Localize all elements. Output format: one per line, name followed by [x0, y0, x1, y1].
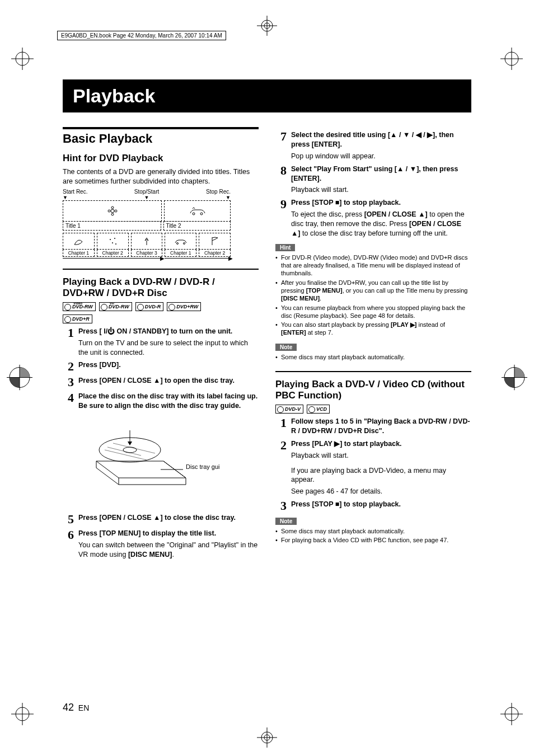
step-body: Select the desired title using [▲ / ▼ / …	[291, 130, 471, 161]
label-stop-rec: Stop Rec.	[175, 189, 231, 195]
step-body: Place the disc on the disc tray with its…	[78, 392, 259, 411]
step-number: 3	[63, 376, 74, 388]
svg-point-36	[115, 243, 116, 245]
step-body: Follow steps 1 to 5 in "Playing Back a D…	[291, 417, 471, 436]
step-number: 4	[63, 392, 74, 411]
disc-icon-dvd-rw-video: VideoDVD-RW	[63, 302, 96, 311]
crop-mark-icon	[11, 48, 34, 70]
disc-icons-row: DVD+R	[63, 314, 259, 323]
colour-target-left	[7, 364, 32, 392]
label-start-rec: Start Rec.	[63, 189, 119, 195]
step-number: 7	[275, 130, 287, 161]
registration-mark-bottom	[257, 727, 277, 749]
step: 7Select the desired title using [▲ / ▼ /…	[275, 130, 471, 161]
step: 6Press [TOP MENU] to display the title l…	[63, 529, 259, 560]
notes-list: Some discs may start playback automatica…	[275, 527, 471, 544]
step: 3Press [OPEN / CLOSE ▲] to open the disc…	[63, 376, 259, 388]
disc-icon-dvd-plus-r: DVD+R	[63, 314, 92, 323]
step: 9Press [STOP ■] to stop playback.To ejec…	[275, 198, 471, 238]
svg-point-39	[183, 242, 185, 244]
label-stop-start: Stop/Start	[119, 189, 175, 195]
step-body: Press [DVD].	[78, 360, 259, 373]
crop-mark-icon	[11, 703, 34, 725]
sparkle-icon	[107, 236, 118, 246]
disc-icons-row: DVD-V VCD	[275, 405, 471, 414]
hint-body: The contents of a DVD are generally divi…	[63, 167, 259, 186]
svg-point-26	[111, 209, 114, 213]
step: 1Press [ I/⏻ ON / STANDBY] to turn on th…	[63, 327, 259, 358]
step-number: 2	[275, 439, 287, 496]
disc-icon-dvd-v: DVD-V	[275, 405, 303, 414]
step: 8Select "Play From Start" using [▲ / ▼],…	[275, 165, 471, 195]
play-v-heading: Playing Back a DVD-V / Video CD (without…	[275, 379, 471, 401]
crop-mark-icon	[500, 703, 523, 725]
car-small-icon	[174, 236, 188, 246]
disc-icon-dvd-rw-vr: VRDVD-RW	[99, 302, 132, 311]
note-label: Note	[275, 344, 297, 351]
crop-mark-icon	[500, 48, 523, 70]
step-body: Press [STOP ■] to stop playback.To eject…	[291, 198, 471, 238]
svg-point-33	[110, 239, 111, 240]
car-icon	[189, 205, 206, 217]
disc-icons-row: VideoDVD-RW VRDVD-RW DVD-R DVD+RW	[63, 302, 259, 311]
step-number: 1	[63, 327, 74, 358]
dia-title1: Title 1	[63, 221, 161, 231]
list-item: You can resume playback from where you s…	[275, 304, 471, 320]
step-number: 1	[275, 417, 287, 436]
disc-icon-dvd-plus-rw: DVD+RW	[167, 302, 201, 311]
list-item: For DVD-R (Video mode), DVD-RW (Video mo…	[275, 253, 471, 278]
step-number: 2	[63, 360, 74, 373]
colour-target-right	[502, 364, 527, 392]
play-rw-heading: Playing Back a DVD-RW / DVD-R / DVD+RW /…	[63, 276, 259, 299]
dia-title2: Title 2	[163, 221, 231, 231]
rule	[63, 269, 259, 270]
notes-list: Some discs may start playback automatica…	[275, 353, 471, 361]
svg-point-32	[200, 213, 203, 215]
disc-icon-dvd-r: DVD-R	[135, 302, 164, 311]
rule	[275, 371, 471, 372]
svg-point-27	[111, 206, 114, 209]
step: 2Press [PLAY ▶] to start playback.Playba…	[275, 439, 471, 496]
svg-point-42	[123, 447, 137, 453]
step-number: 8	[275, 165, 287, 195]
svg-marker-44	[128, 442, 132, 445]
step-number: 5	[63, 513, 74, 525]
list-item: After you finalise the DVD+RW, you can c…	[275, 279, 471, 303]
step: 2Press [DVD].	[63, 360, 259, 373]
disc-icon-vcd: VCD	[307, 405, 330, 414]
step-number: 6	[63, 529, 74, 560]
step: 5Press [OPEN / CLOSE ▲] to close the dis…	[63, 513, 259, 525]
section-heading: Basic Playback	[63, 132, 259, 146]
step-body: Press [OPEN / CLOSE ▲] to open the disc …	[78, 376, 259, 388]
svg-line-48	[105, 450, 147, 460]
step-body: Press [STOP ■] to stop playback.	[291, 500, 471, 512]
tulip-icon	[142, 236, 152, 246]
step-body: Press [OPEN / CLOSE ▲] to close the disc…	[78, 513, 259, 525]
note-label: Note	[275, 518, 297, 525]
leaf-icon	[73, 236, 84, 246]
hints-list: For DVD-R (Video mode), DVD-RW (Video mo…	[275, 253, 471, 337]
hint-heading: Hint for DVD Playback	[63, 153, 259, 164]
step-body: Select "Play From Start" using [▲ / ▼], …	[291, 165, 471, 195]
svg-line-49	[113, 443, 155, 453]
list-item: Some discs may start playback automatica…	[275, 353, 471, 361]
svg-text:Disc tray guide: Disc tray guide	[186, 463, 219, 470]
svg-point-28	[111, 213, 114, 215]
step: 1Follow steps 1 to 5 in "Playing Back a …	[275, 417, 471, 436]
flag-icon	[210, 236, 220, 246]
step-body: Press [ I/⏻ ON / STANDBY] to turn on the…	[78, 327, 259, 358]
flower-icon	[107, 205, 118, 217]
list-item: For playing back a Video CD with PBC fun…	[275, 536, 471, 544]
svg-point-31	[193, 213, 195, 215]
step-number: 3	[275, 500, 287, 512]
hint-label: Hint	[275, 244, 295, 251]
svg-point-38	[176, 242, 178, 244]
step: 3Press [STOP ■] to stop playback.	[275, 500, 471, 512]
step-number: 9	[275, 198, 287, 238]
step: 4Place the disc on the disc tray with it…	[63, 392, 259, 411]
svg-point-34	[114, 238, 115, 239]
step-body: Press [TOP MENU] to display the title li…	[78, 529, 259, 560]
rule	[63, 127, 259, 129]
title-chapter-diagram: Start Rec. Stop/Start Stop Rec. ▼▼▼ Titl…	[63, 189, 231, 259]
disc-tray-figure: Disc tray guide	[74, 416, 259, 508]
